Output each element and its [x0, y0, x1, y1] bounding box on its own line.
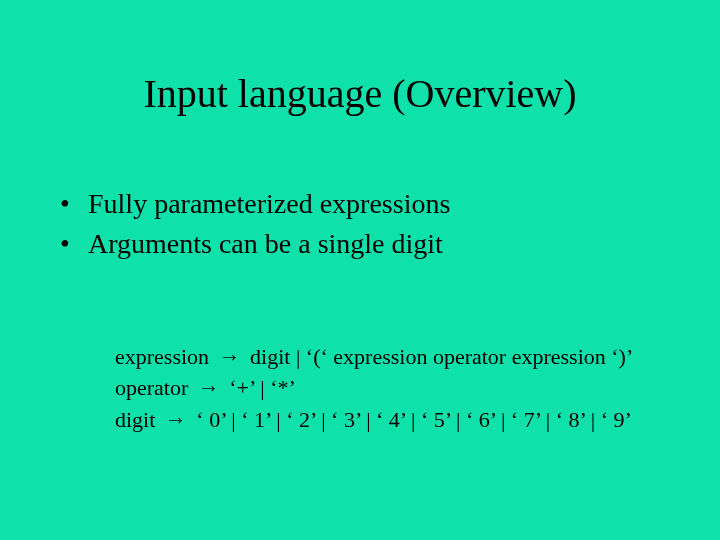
grammar-lhs: operator	[115, 375, 188, 400]
grammar-lhs: digit	[115, 407, 155, 432]
arrow-icon: →	[215, 341, 245, 373]
grammar-rule: operator → ‘+’ | ‘*’	[115, 372, 680, 404]
bullet-text: Fully parameterized expressions	[88, 188, 450, 219]
grammar-rule: digit → ‘ 0’ | ‘ 1’ | ‘ 2’ | ‘ 3’ | ‘ 4’…	[115, 404, 680, 436]
bullet-list: Fully parameterized expressions Argument…	[0, 185, 720, 263]
list-item: Fully parameterized expressions	[60, 185, 720, 223]
bullet-text: Arguments can be a single digit	[88, 228, 443, 259]
grammar-lhs: expression	[115, 344, 209, 369]
grammar-rhs: ‘+’ | ‘*’	[229, 375, 295, 400]
slide: Input language (Overview) Fully paramete…	[0, 0, 720, 540]
grammar-rhs: ‘ 0’ | ‘ 1’ | ‘ 2’ | ‘ 3’ | ‘ 4’ | ‘ 5’ …	[196, 407, 631, 432]
grammar-block: expression → digit | ‘(‘ expression oper…	[0, 291, 720, 437]
grammar-rule: expression → digit | ‘(‘ expression oper…	[115, 341, 680, 373]
slide-title: Input language (Overview)	[0, 0, 720, 157]
arrow-icon: →	[161, 404, 191, 436]
grammar-rhs: digit | ‘(‘ expression operator expressi…	[250, 344, 633, 369]
arrow-icon: →	[194, 372, 224, 404]
list-item: Arguments can be a single digit	[60, 225, 720, 263]
